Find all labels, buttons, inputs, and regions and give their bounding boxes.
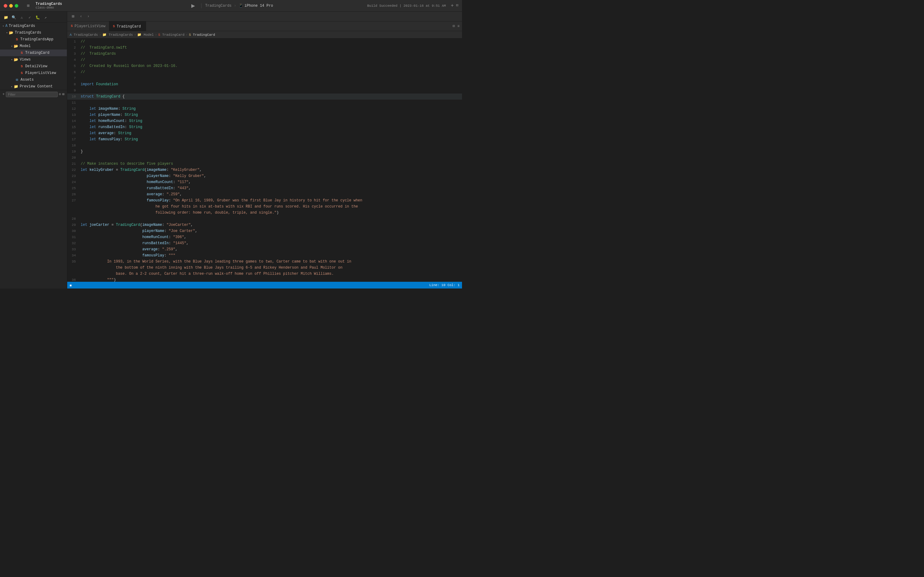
filter-input[interactable] — [6, 92, 58, 97]
line-num-27: 27 — [67, 197, 79, 203]
tab-playerlistview[interactable]: S PlayerListView — [67, 21, 109, 31]
code-line-27b: he got four hits in six at-bats with six… — [67, 203, 462, 210]
line-num-11: 11 — [67, 100, 79, 106]
sidebar-folder-icon[interactable]: 📁 — [2, 15, 9, 21]
divider — [201, 3, 201, 8]
breadcrumb-tradingcard-file[interactable]: S TradingCard — [158, 33, 185, 37]
sidebar-item-detailview[interactable]: S DetailView — [0, 63, 67, 70]
line-num-15: 15 — [67, 124, 79, 130]
line-content-25: runsBattedIn: "443", — [79, 185, 462, 191]
device-selector[interactable]: 📱 iPhone 14 Pro — [239, 3, 273, 8]
line-num-25: 25 — [67, 185, 79, 191]
line-num-34: 34 — [67, 253, 79, 259]
line-content-1: // — [79, 39, 462, 45]
line-content-35: In 1993, in the World Series, with the B… — [79, 259, 462, 265]
sidebar: 📁 🔍 ⚠ ✓ 🐛 ↗ ▾ A TradingCards ▾ 📂 Trading… — [0, 11, 67, 288]
sidebar-toggle[interactable]: ⊞ — [27, 3, 29, 8]
structure-icon[interactable]: ⊞ — [70, 13, 76, 20]
breadcrumb-tradingcards[interactable]: A TradingCards — [70, 33, 98, 37]
minimize-button[interactable] — [9, 4, 13, 8]
filter-options-icon[interactable]: ⊙ — [59, 92, 61, 97]
add-icon[interactable]: + — [451, 3, 454, 8]
sidebar-item-views-group[interactable]: ▾ 📂 Views — [0, 56, 67, 63]
line-content-29: let joeCarter = TradingCard(imageName: "… — [79, 222, 462, 228]
sidebar-item-playerlistview[interactable]: S PlayerListView — [0, 70, 67, 76]
maximize-button[interactable] — [14, 4, 18, 8]
breadcrumb-model[interactable]: 📁 Model — [137, 33, 154, 37]
sidebar-source-icon[interactable]: ↗ — [42, 15, 49, 21]
code-line-7: 7 — [67, 75, 462, 81]
code-line-2: 2 // TradingCard.swift — [67, 45, 462, 51]
sidebar-warning-icon[interactable]: ⚠ — [18, 15, 25, 21]
editor-options-icon[interactable]: ≡ — [457, 24, 460, 28]
swift-tab-icon: S — [71, 24, 73, 28]
line-content-10: struct TradingCard { — [79, 93, 462, 100]
forward-button[interactable]: › — [85, 13, 92, 20]
line-content-3: // TradingCards — [79, 51, 462, 57]
back-button[interactable]: ‹ — [77, 13, 84, 20]
close-button[interactable] — [4, 4, 7, 8]
line-content-33: average: ".259", — [79, 246, 462, 253]
code-line-13: 13 let playerName: String — [67, 112, 462, 118]
line-content-26: average: ".259", — [79, 191, 462, 197]
sidebar-item-tradingcards-group[interactable]: ▾ 📂 TradingCards — [0, 29, 67, 36]
chevron-down-icon: ▾ — [6, 31, 8, 34]
line-num-16: 16 — [67, 130, 79, 136]
line-content-35b: the bottom of the ninth inning with the … — [79, 265, 462, 271]
sidebar-assets-label: Assets — [21, 77, 34, 82]
device-name: iPhone 14 Pro — [245, 4, 273, 8]
sidebar-preview-label: Preview Content — [19, 84, 53, 89]
run-button[interactable]: ▶ — [189, 3, 197, 9]
line-num-17: 17 — [67, 136, 79, 142]
code-line-20: 20 — [67, 155, 462, 161]
sidebar-item-tradingcards-project[interactable]: ▾ A TradingCards — [0, 23, 67, 29]
line-num-20: 20 — [67, 155, 79, 161]
sidebar-group-label: TradingCards — [14, 31, 41, 35]
code-editor[interactable]: 1 // 2 // TradingCard.swift 3 // Trading… — [67, 39, 462, 282]
line-num-5: 5 — [67, 63, 79, 69]
sidebar-playerlistview-label: PlayerListView — [25, 71, 56, 75]
code-line-18: 18 — [67, 142, 462, 148]
line-num-31: 31 — [67, 234, 79, 240]
code-line-33: 33 average: ".259", — [67, 246, 462, 253]
line-content-22: let kellyGruber = TradingCard(imageName:… — [79, 167, 462, 173]
sidebar-debug-icon[interactable]: 🐛 — [34, 15, 41, 21]
breadcrumb-tradingcards2[interactable]: 📁 TradingCards — [102, 33, 133, 37]
swift-tab-icon: S — [113, 25, 115, 28]
sidebar-test-icon[interactable]: ✓ — [26, 15, 33, 21]
folder-icon: 📂 — [14, 44, 18, 48]
sidebar-item-tradingcardsapp[interactable]: S TradingCardsApp — [0, 36, 67, 43]
breadcrumb-tradingcard-struct[interactable]: S TradingCard — [189, 33, 215, 37]
line-num-26: 26 — [67, 191, 79, 197]
sidebar-item-model-group[interactable]: ▾ 📂 Model — [0, 43, 67, 50]
line-num-22: 22 — [67, 167, 79, 173]
split-view-icon[interactable]: ⊡ — [453, 24, 455, 28]
code-line-9: 9 — [67, 87, 462, 93]
status-bar: ◼ Line: 10 Col: 1 — [67, 282, 462, 288]
sidebar-item-tradingcard[interactable]: S TradingCard — [0, 50, 67, 56]
layout-icon[interactable]: ⊡ — [456, 3, 458, 8]
breadcrumb-sep2: › — [134, 33, 136, 37]
status-line-col: Line: 10 Col: 1 — [429, 283, 460, 287]
line-num-21: 21 — [67, 161, 79, 167]
sidebar-item-assets[interactable]: ⊞ Assets — [0, 76, 67, 83]
code-line-1: 1 // — [67, 39, 462, 45]
traffic-lights — [4, 4, 18, 8]
sidebar-item-preview-content[interactable]: ▸ 📁 Preview Content — [0, 83, 67, 90]
code-line-21: 21 // Make instances to describe five pl… — [67, 161, 462, 167]
line-num-2: 2 — [67, 45, 79, 51]
sidebar-search-icon[interactable]: 🔍 — [10, 15, 17, 21]
title-bar-right: Build Succeeded | 2023-01-16 at 9:51 AM … — [367, 3, 458, 8]
line-num-1: 1 — [67, 39, 79, 45]
add-file-icon[interactable]: + — [2, 92, 5, 97]
tab-bar: S PlayerListView S TradingCard ⊡ ≡ — [67, 21, 462, 31]
filter-sort-icon[interactable]: ⊞ — [62, 92, 64, 97]
tab-tradingcard[interactable]: S TradingCard — [109, 21, 146, 31]
editor-area: ⊞ ‹ › S PlayerListView S TradingCard ⊡ ≡ — [67, 11, 462, 288]
code-line-15: 15 let runsBattedIn: String — [67, 124, 462, 130]
swift-icon: S — [21, 51, 23, 55]
line-num-10: 10 — [67, 93, 79, 100]
line-num-4: 4 — [67, 57, 79, 63]
code-line-3: 3 // TradingCards — [67, 51, 462, 57]
swift-icon: S — [16, 38, 18, 41]
